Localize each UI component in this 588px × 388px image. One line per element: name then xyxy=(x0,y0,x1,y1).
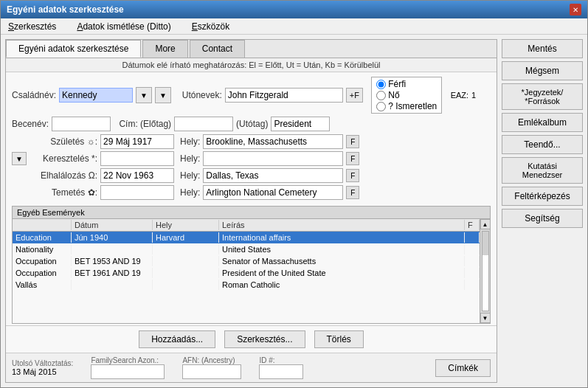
gender-unknown[interactable]: ? Ismeretlen xyxy=(376,101,437,111)
birth-arrow[interactable]: ▼ xyxy=(12,152,27,165)
event-f-4 xyxy=(465,268,480,278)
baptism-f-button[interactable]: F xyxy=(346,152,359,165)
left-panel: Egyéni adatok szerkesztése More Contact … xyxy=(5,39,497,383)
family-name-dropdown[interactable]: ▼ xyxy=(136,87,152,103)
events-table: Dátum Hely Leírás F Education Jún 1940 H… xyxy=(13,219,480,323)
edit-button[interactable]: Szerkesztés... xyxy=(224,330,305,348)
birth-f-button[interactable]: F xyxy=(346,135,359,148)
right-panel: Mentés Mégsem *Jegyzetek/ *Források Emlé… xyxy=(502,39,583,383)
notes-button[interactable]: *Jegyzetek/ *Források xyxy=(502,83,583,110)
birth-date-input[interactable] xyxy=(100,134,174,149)
event-date-4: BET 1961 AND 19 xyxy=(72,268,153,278)
family-name-input[interactable] xyxy=(59,88,133,103)
add-button[interactable]: Hozzáadás... xyxy=(139,330,215,348)
burial-place-input[interactable] xyxy=(203,185,343,200)
event-date-5 xyxy=(72,280,153,290)
baptism-place-input[interactable] xyxy=(203,151,343,166)
training-button[interactable]: Feltérképezés xyxy=(502,187,583,206)
col-place-header: Hely xyxy=(153,220,219,230)
id-input[interactable] xyxy=(259,364,303,379)
family-search-input[interactable] xyxy=(91,364,165,379)
birth-place-input[interactable] xyxy=(203,134,343,149)
event-desc-5: Roman Catholic xyxy=(219,280,465,290)
events-rows: Education Jún 1940 Harvard International… xyxy=(13,232,480,323)
address-prefix-input[interactable] xyxy=(174,117,233,131)
event-type-4: Occupation xyxy=(13,268,72,278)
afn-label: AFN: (Ancestry) xyxy=(182,356,241,364)
menu-szerkesztes[interactable]: Szerkesztés xyxy=(4,20,60,33)
nickname-row: Becenév: Cím: (Előtag) (Utótag) xyxy=(12,117,491,131)
death-date-input[interactable] xyxy=(100,168,174,183)
given-name-input[interactable] xyxy=(225,88,343,103)
delete-button[interactable]: Törlés xyxy=(314,330,364,348)
event-desc-2: United States xyxy=(219,244,465,254)
event-f-1 xyxy=(465,232,480,243)
window-title: Egyéni adatok szerkesztése xyxy=(7,4,124,15)
album-button[interactable]: Emlékalbum xyxy=(502,113,583,132)
gender-group: Férfi Nő ? Ismeretlen xyxy=(371,77,442,114)
col-type xyxy=(13,220,72,230)
cancel-button[interactable]: Mégsem xyxy=(502,61,583,80)
todo-button[interactable]: Teendő... xyxy=(502,135,583,154)
birth-label: Születés ☼: xyxy=(31,136,97,147)
event-row-vallas[interactable]: Vallás Roman Catholic xyxy=(13,279,480,291)
event-row-education[interactable]: Education Jún 1940 Harvard International… xyxy=(13,232,480,243)
baptism-date-input[interactable] xyxy=(100,151,174,166)
death-row: Elhalálozás Ω: Hely: F xyxy=(31,168,491,183)
event-date-2 xyxy=(72,244,153,254)
event-date-1: Jún 1940 xyxy=(72,232,153,243)
menu-bar: Szerkesztés Adatok ismétlése (Ditto) Esz… xyxy=(1,18,587,35)
gender-male[interactable]: Férfi xyxy=(376,79,437,89)
burial-f-button[interactable]: F xyxy=(346,186,359,199)
tab-more[interactable]: More xyxy=(142,40,187,58)
scroll-track xyxy=(482,231,489,311)
event-row-nationality[interactable]: Nationality United States xyxy=(13,243,480,255)
scroll-up-button[interactable]: ▲ xyxy=(480,219,491,229)
scroll-thumb[interactable] xyxy=(482,232,488,255)
death-f-button[interactable]: F xyxy=(346,169,359,182)
menu-adatok[interactable]: Adatok ismétlése (Ditto) xyxy=(72,20,175,33)
family-name-label: Családnév: xyxy=(12,90,56,100)
address-suffix-label: (Utótag) xyxy=(236,119,268,129)
gender-female[interactable]: Nő xyxy=(376,90,437,100)
event-row-occupation1[interactable]: Occupation BET 1953 AND 19 Senator of Ma… xyxy=(13,255,480,267)
event-type-2: Nationality xyxy=(13,244,72,254)
main-window: Egyéni adatok szerkesztése ✕ Szerkesztés… xyxy=(0,0,588,388)
event-place-2 xyxy=(153,244,219,254)
info-bar: Dátumok elé írható meghatározás: El = El… xyxy=(6,58,497,72)
afn-input[interactable] xyxy=(182,364,241,379)
last-change-field: Utolsó Változtatás: 13 Máj 2015 xyxy=(12,359,73,376)
events-main-area: ▼ Születés ☼: Hely: F xyxy=(12,134,491,200)
col-desc-header: Leírás xyxy=(219,220,465,230)
name-row: Családnév: ▼ ▼ Utónevek: +F Férfi xyxy=(12,77,491,114)
event-row-occupation2[interactable]: Occupation BET 1961 AND 19 President of … xyxy=(13,267,480,279)
gender-male-label: Férfi xyxy=(388,79,406,89)
research-button[interactable]: Kutatási Menedzser xyxy=(502,157,583,184)
birth-row: Születés ☼: Hely: F xyxy=(31,134,491,149)
event-place-4 xyxy=(153,268,219,278)
last-change-value: 13 Máj 2015 xyxy=(12,367,73,376)
events-header: Egyéb Események xyxy=(13,207,490,219)
tab-bar: Egyéni adatok szerkesztése More Contact xyxy=(6,40,497,58)
address-suffix-input[interactable] xyxy=(271,117,330,131)
plus-f-button[interactable]: +F xyxy=(346,88,363,103)
close-button[interactable]: ✕ xyxy=(570,4,581,15)
scroll-down-button[interactable]: ▼ xyxy=(480,313,491,323)
events-scrollbar: ▲ ▼ xyxy=(480,219,490,323)
nickname-input[interactable] xyxy=(52,117,111,131)
menu-eszkozok[interactable]: Eszközök xyxy=(187,20,234,33)
tab-contact[interactable]: Contact xyxy=(190,40,245,58)
birth-hely-label: Hely: xyxy=(180,136,200,147)
burial-date-input[interactable] xyxy=(100,185,174,200)
left-arrows: ▼ xyxy=(12,136,27,165)
tags-button[interactable]: Címkék xyxy=(435,359,491,377)
death-place-input[interactable] xyxy=(203,168,343,183)
save-button[interactable]: Mentés xyxy=(502,39,583,58)
address-prefix-label: Cím: (Előtag) xyxy=(119,119,171,129)
baptism-label: Keresztelés *: xyxy=(31,153,97,164)
event-f-3 xyxy=(465,256,480,266)
tab-egyeni[interactable]: Egyéni adatok szerkesztése xyxy=(6,40,141,58)
family-name-search[interactable]: ▼ xyxy=(155,87,171,103)
burial-row: Temetés ✿: Hely: F xyxy=(31,185,491,200)
help-button[interactable]: Segítség xyxy=(502,209,583,228)
